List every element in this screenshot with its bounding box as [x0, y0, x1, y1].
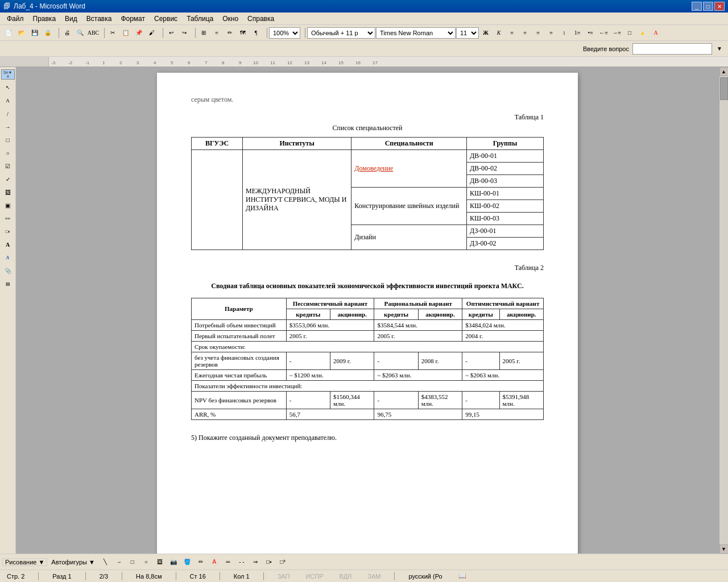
document-area[interactable]: серым цветом. Таблица 1 Список специальн…	[16, 67, 719, 554]
style-select[interactable]: Обычный + 11 р	[307, 27, 375, 39]
line-style-btn[interactable]: ═	[222, 556, 234, 568]
spell-button[interactable]: ABC	[87, 27, 100, 39]
line-color-btn[interactable]: ✏	[195, 556, 207, 568]
status-div5	[220, 572, 220, 580]
maximize-button[interactable]: □	[703, 2, 713, 11]
search-dropdown[interactable]: ▼	[713, 43, 726, 55]
t2-r2-pessim: 2005 г.	[286, 330, 374, 341]
arrow-style-btn[interactable]: ⇒	[249, 556, 262, 568]
showformat-button[interactable]: ¶	[250, 27, 262, 39]
new-button[interactable]: 📄	[2, 27, 15, 39]
paste-button[interactable]: 📌	[133, 27, 145, 39]
search-input[interactable]	[632, 43, 712, 55]
checkbox-tool[interactable]: ☑	[2, 160, 14, 172]
drawing-button[interactable]: ✏	[224, 27, 236, 39]
align-tool[interactable]: ≡≡	[2, 212, 14, 225]
more-tool[interactable]: ▤	[2, 277, 14, 290]
table-button[interactable]: ⊞	[197, 27, 210, 39]
separator-6	[302, 28, 305, 38]
document-page: серым цветом. Таблица 1 Список специальн…	[157, 73, 578, 554]
t2-r7-r-cred: -	[374, 391, 418, 409]
insert-clip[interactable]: 🖼	[154, 556, 166, 568]
columns-button[interactable]: ≡	[210, 27, 223, 39]
increase-indent[interactable]: →≡	[610, 27, 623, 39]
arrow-tool[interactable]: →	[2, 120, 14, 133]
insert-picture[interactable]: 📷	[167, 556, 180, 568]
open-button[interactable]: 📂	[15, 27, 28, 39]
font-color[interactable]: A	[650, 27, 662, 39]
scrollbar-vertical[interactable]: ▲ ▼	[719, 67, 728, 554]
menu-insert[interactable]: Вставка	[82, 14, 117, 24]
align-right[interactable]: ≡	[532, 27, 544, 39]
line-spacing[interactable]: ↕	[558, 27, 570, 39]
shadow-btn[interactable]: □▪	[263, 556, 275, 568]
table1-col-spec: Специальности	[351, 138, 467, 150]
menu-table[interactable]: Таблица	[182, 14, 218, 24]
menu-edit[interactable]: Правка	[28, 14, 61, 24]
size-select[interactable]: 11	[456, 27, 479, 39]
docmap-button[interactable]: 🗺	[237, 27, 249, 39]
align-left[interactable]: ≡	[506, 27, 518, 39]
dash-style-btn[interactable]: - -	[235, 556, 248, 568]
align-justify[interactable]: ≡	[545, 27, 557, 39]
status-page: Стр. 2	[5, 573, 27, 580]
menu-view[interactable]: Вид	[60, 14, 82, 24]
preview-button[interactable]: 🔍	[74, 27, 86, 39]
menu-tools[interactable]: Сервис	[150, 14, 182, 24]
cut-button[interactable]: ✂	[106, 27, 119, 39]
format-painter[interactable]: 🖌	[146, 27, 158, 39]
bullets[interactable]: •≡	[584, 27, 597, 39]
align-center[interactable]: ≡	[519, 27, 531, 39]
shadow-tool[interactable]: □▪	[2, 225, 14, 238]
t2-r1-pessim: $3553,066 млн.	[286, 319, 374, 330]
scroll-up[interactable]: ▲	[719, 67, 729, 76]
t2-r5-param: Ежегодная чистая прибыль	[192, 369, 287, 380]
save-button[interactable]: 💾	[28, 27, 41, 39]
wordart-tool[interactable]: A	[2, 251, 14, 264]
status-section: Разд 1	[50, 573, 73, 580]
menu-window[interactable]: Окно	[218, 14, 243, 24]
rect-btn[interactable]: □	[126, 556, 139, 568]
t2-r1-rational: $3584,544 млн.	[374, 319, 462, 330]
print-button[interactable]: 🖨	[61, 27, 73, 39]
undo-button[interactable]: ↩	[165, 27, 177, 39]
close-button[interactable]: ✕	[714, 2, 725, 11]
decrease-indent[interactable]: ←≡	[597, 27, 610, 39]
menu-file[interactable]: Файл	[2, 14, 28, 24]
fill-color-btn[interactable]: 🪣	[181, 556, 193, 568]
scroll-thumb[interactable]	[720, 77, 728, 100]
fill-tool[interactable]: ▣	[2, 199, 14, 211]
italic-button[interactable]: К	[493, 27, 505, 39]
menu-format[interactable]: Формат	[116, 14, 150, 24]
permission-button[interactable]: 🔒	[42, 27, 54, 39]
rect-tool[interactable]: □	[2, 134, 14, 146]
menu-help[interactable]: Справка	[243, 14, 279, 24]
text-tool[interactable]: A	[2, 94, 14, 107]
table1-group-dz02: ДЗ-00-02	[466, 238, 543, 250]
textbox-tool[interactable]: A	[2, 238, 14, 251]
minimize-button[interactable]: _	[692, 2, 702, 11]
font-select[interactable]: Times New Roman	[376, 27, 456, 39]
copy-button[interactable]: 📋	[119, 27, 132, 39]
line-tool[interactable]: /	[2, 107, 14, 120]
3d-btn[interactable]: □³	[276, 556, 289, 568]
status-line: Ст 16	[188, 573, 208, 580]
highlight-button[interactable]: ▲	[636, 27, 649, 39]
line-btn[interactable]: ╲	[99, 556, 111, 568]
oval-btn[interactable]: ○	[140, 556, 152, 568]
arrow-btn[interactable]: →	[113, 556, 125, 568]
oval-tool[interactable]: ○	[2, 147, 14, 159]
check-tool[interactable]: ✓	[2, 173, 14, 185]
bold-button[interactable]: Ж	[479, 27, 492, 39]
font-color-btn2[interactable]: A	[208, 556, 221, 568]
scroll-down[interactable]: ▼	[719, 544, 729, 554]
image-tool[interactable]: 🖼	[2, 186, 14, 198]
select-tool[interactable]: ↖	[2, 81, 14, 94]
numbering[interactable]: 1≡	[571, 27, 584, 39]
clip-tool[interactable]: 📎	[2, 264, 14, 277]
zoom-select[interactable]: 100%	[269, 27, 300, 39]
redo-button[interactable]: ↪	[178, 27, 191, 39]
autoshapes-btn[interactable]: Автофигуры ▼	[48, 556, 98, 568]
draw-label-btn[interactable]: Рисование ▼	[2, 558, 47, 566]
border-button[interactable]: □	[623, 27, 636, 39]
